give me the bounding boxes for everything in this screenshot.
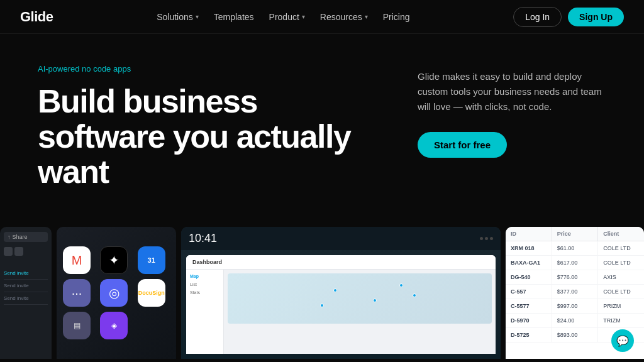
dashboard-title: Dashboard xyxy=(186,255,496,270)
cell-price: $893.00 xyxy=(552,328,599,342)
cell-client: AXIS xyxy=(598,270,644,284)
nav-links: Solutions ▾ Templates Product ▾ Resource… xyxy=(150,8,416,26)
map-dot xyxy=(373,299,377,302)
cell-client: COLE LTD xyxy=(598,285,644,299)
openai-icon: ✦ xyxy=(100,246,128,274)
chevron-down-icon: ▾ xyxy=(302,13,305,20)
cell-price: $377.00 xyxy=(552,285,599,299)
panel1-list: Send invite Send invite Send invite xyxy=(0,265,52,307)
signup-button[interactable]: Sign Up xyxy=(568,8,624,26)
cell-price: $24.00 xyxy=(552,314,599,327)
dashboard-body: Map List Stats xyxy=(186,270,496,354)
chevron-down-icon: ▾ xyxy=(196,13,199,20)
list-item[interactable]: Send invite xyxy=(4,292,48,305)
panel1-icon xyxy=(4,247,13,256)
cell-client: PRIZM xyxy=(598,299,644,313)
nav-pricing[interactable]: Pricing xyxy=(377,8,416,26)
col-header-id: ID xyxy=(506,227,552,241)
panel1-icon-row xyxy=(4,247,48,256)
cell-id: D-5725 xyxy=(506,328,552,342)
hero-tag: AI-powered no code apps xyxy=(38,64,380,74)
icons-grid: M ✦ 31 ··· ◎ DocuSign ▤ ◈ xyxy=(63,246,170,339)
cell-client: COLE LTD xyxy=(598,256,644,270)
panel1-icon xyxy=(14,247,23,256)
message-icon: ··· xyxy=(63,279,91,307)
dot xyxy=(480,237,483,240)
sidebar-nav-item[interactable]: Map xyxy=(189,272,221,280)
sidebar-nav-item[interactable]: List xyxy=(189,280,221,288)
calendar-icon: 31 xyxy=(138,246,165,274)
dashboard-sidebar: Map List Stats xyxy=(186,270,224,354)
purple-icon: ◈ xyxy=(100,312,128,339)
nav-resources[interactable]: Resources ▾ xyxy=(314,8,374,26)
map-dot xyxy=(413,293,416,297)
panel3-content: Dashboard Map List Stats xyxy=(181,250,501,359)
cell-id: XRM 018 xyxy=(506,241,552,255)
map-area xyxy=(228,273,492,324)
cell-price: $997.00 xyxy=(552,299,599,313)
cell-price: $61.00 xyxy=(552,241,599,255)
share-bar[interactable]: ↑ Share xyxy=(4,232,48,242)
start-free-button[interactable]: Start for free xyxy=(418,132,507,158)
share-icon: ↑ xyxy=(8,234,11,240)
hero-title: Build business software you actually wan… xyxy=(38,84,380,189)
table-row[interactable]: BAXA-GA1 $617.00 COLE LTD xyxy=(506,256,644,270)
barcode-icon: ▤ xyxy=(63,312,91,339)
cell-client: COLE LTD xyxy=(598,241,644,255)
login-button[interactable]: Log In xyxy=(513,7,562,27)
cell-id: D-5970 xyxy=(506,314,552,327)
cell-client: TRIZM xyxy=(598,314,644,327)
col-header-price: Price xyxy=(552,227,599,241)
table-header: ID Price Client xyxy=(506,227,644,241)
discord-icon: ◎ xyxy=(100,279,128,307)
hero-right: Glide makes it easy to build and deploy … xyxy=(418,64,606,204)
nav-actions: Log In Sign Up xyxy=(513,7,624,27)
map-dot xyxy=(320,304,324,307)
chat-button[interactable]: 💬 xyxy=(611,329,634,352)
app-icons-panel: M ✦ 31 ··· ◎ DocuSign ▤ ◈ xyxy=(57,227,176,359)
dashboard-main xyxy=(224,270,496,354)
preview-section: ↑ Share Send invite Send invite Send inv… xyxy=(0,227,644,359)
table-row[interactable]: C-557 $377.00 COLE LTD xyxy=(506,285,644,299)
table-row[interactable]: C-5577 $997.00 PRIZM xyxy=(506,299,644,314)
dashboard-view: Dashboard Map List Stats xyxy=(186,255,496,354)
panel3-dots xyxy=(480,237,493,240)
cell-id: C-5577 xyxy=(506,299,552,313)
chat-icon: 💬 xyxy=(616,335,629,347)
nav-templates[interactable]: Templates xyxy=(208,8,260,26)
list-item[interactable]: Send invite xyxy=(4,280,48,292)
cell-id: C-557 xyxy=(506,285,552,299)
col-header-client: Client xyxy=(598,227,644,241)
hero-description: Glide makes it easy to build and deploy … xyxy=(418,69,606,114)
cell-price: $776.00 xyxy=(552,270,599,284)
panel1-top: ↑ Share xyxy=(0,227,52,265)
table-row[interactable]: DG-540 $776.00 AXIS xyxy=(506,270,644,285)
panel3-time: 10:41 xyxy=(189,232,217,245)
hero-section: AI-powered no code apps Build business s… xyxy=(0,34,644,204)
dashboard-panel: 10:41 Dashboard Map List Stats xyxy=(181,227,501,359)
table-row[interactable]: XRM 018 $61.00 COLE LTD xyxy=(506,241,644,256)
nav-product[interactable]: Product ▾ xyxy=(263,8,311,26)
hero-left: AI-powered no code apps Build business s… xyxy=(38,64,380,204)
panel3-header: 10:41 xyxy=(181,227,501,250)
sidebar-app-panel: ↑ Share Send invite Send invite Send inv… xyxy=(0,227,52,359)
gmail-icon: M xyxy=(63,246,91,274)
logo[interactable]: Glide xyxy=(20,9,53,25)
cell-price: $617.00 xyxy=(552,256,599,270)
cell-id: BAXA-GA1 xyxy=(506,256,552,270)
cell-id: DG-540 xyxy=(506,270,552,284)
dot xyxy=(490,237,493,240)
list-item[interactable]: Send invite xyxy=(4,267,48,280)
dot xyxy=(485,237,488,240)
navbar: Glide Solutions ▾ Templates Product ▾ Re… xyxy=(0,0,644,34)
table-row[interactable]: D-5970 $24.00 TRIZM xyxy=(506,314,644,328)
chevron-down-icon: ▾ xyxy=(365,13,368,20)
docusign-icon: DocuSign xyxy=(138,279,165,307)
map-dot xyxy=(333,288,337,292)
nav-solutions[interactable]: Solutions ▾ xyxy=(150,8,205,26)
map-dot xyxy=(399,283,403,287)
sidebar-nav-item[interactable]: Stats xyxy=(189,288,221,297)
